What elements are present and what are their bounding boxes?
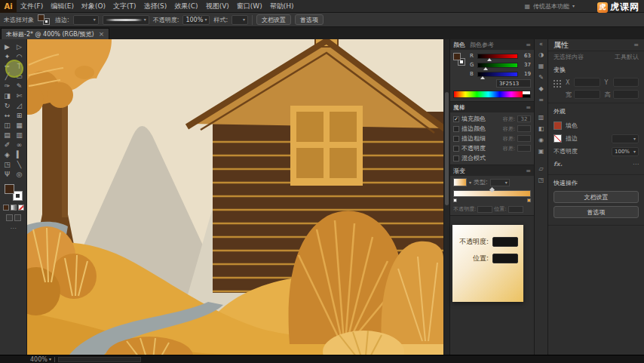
dock-gradient-panel-icon[interactable]: ▥ [536, 112, 547, 122]
draw-behind-icon[interactable] [14, 214, 21, 221]
menu-item-object[interactable]: 对象(O) [78, 0, 109, 13]
fill-color-swatch[interactable] [5, 184, 14, 194]
perspective-grid-tool[interactable]: ▦ [14, 120, 26, 130]
checkbox[interactable] [453, 155, 459, 162]
black-swatch[interactable] [523, 94, 530, 97]
hex-value-field[interactable]: 3F2513 [496, 79, 531, 88]
tolerance-field[interactable] [517, 125, 531, 132]
preferences-button[interactable]: 首选项 [295, 14, 324, 25]
expand-panels-icon[interactable]: « [539, 41, 543, 48]
gradient-swatch[interactable] [453, 178, 467, 186]
none-mode-button[interactable] [18, 205, 24, 211]
style-select[interactable]: ▾ [232, 15, 248, 25]
stroke-weight-field[interactable]: ▾ [612, 134, 639, 143]
checkbox[interactable] [453, 126, 459, 132]
vertical-scrollbar[interactable] [443, 39, 449, 355]
tab-color-guide[interactable]: 颜色参考 [470, 41, 494, 49]
dock-swatches-panel-icon[interactable]: ▦ [536, 61, 547, 71]
stroke-color-swatch[interactable] [554, 134, 562, 143]
spectrum-gradient[interactable] [454, 91, 523, 97]
brush-definition-select[interactable]: ▾ [103, 15, 149, 25]
menu-item-effect[interactable]: 效果(C) [170, 0, 201, 13]
eraser-tool[interactable]: ◨ [2, 91, 14, 100]
close-icon[interactable]: × [99, 30, 105, 38]
menu-item-view[interactable]: 视图(V) [202, 0, 233, 13]
reference-point-selector[interactable] [554, 80, 562, 88]
checkbox[interactable] [453, 146, 459, 152]
paintbrush-tool[interactable]: ✑ [2, 81, 14, 91]
fill-swatch[interactable] [38, 14, 44, 21]
draw-normal-icon[interactable] [6, 214, 13, 221]
dock-stroke-panel-icon[interactable]: ≡ [536, 95, 547, 105]
panel-menu-icon[interactable]: ≡ [526, 42, 531, 48]
opacity-field[interactable]: 100% ▾ [612, 147, 639, 156]
direct-selection-tool[interactable]: ▷ [14, 42, 26, 51]
artwork-canvas[interactable] [27, 39, 443, 355]
green-slider[interactable] [477, 63, 518, 68]
document-tab[interactable]: 未标题-2* @ 400% (RGB/预览) × [1, 28, 109, 39]
pen-tool[interactable]: ✒ [2, 61, 14, 71]
line-segment-tool[interactable]: ╱ [2, 71, 14, 81]
tolerance-field[interactable] [517, 145, 531, 152]
width-tool[interactable]: ↔ [2, 110, 14, 120]
zoom-control[interactable]: 400% ▾ [30, 356, 51, 363]
fill-stroke-control[interactable] [4, 183, 23, 201]
selection-tool[interactable]: ▶ [2, 42, 14, 51]
dock-brushes-panel-icon[interactable]: ✎ [536, 72, 547, 82]
screen-mode-button[interactable]: ⋯ [11, 225, 17, 232]
menu-item-edit[interactable]: 编辑(E) [47, 0, 78, 13]
panel-menu-icon[interactable]: ≡ [633, 42, 639, 48]
menu-item-window[interactable]: 窗口(W) [233, 0, 266, 13]
checkbox[interactable] [453, 136, 459, 142]
color-fill-stroke-indicator[interactable] [453, 53, 467, 71]
column-graph-tool[interactable]: ▍ [14, 149, 26, 159]
gradient-stop-left[interactable] [453, 198, 457, 202]
more-options-icon[interactable]: ⋯ [633, 161, 639, 168]
effects-button[interactable]: fx. [554, 161, 563, 168]
zoom-tool[interactable]: ◎ [14, 169, 26, 179]
dock-appearance-panel-icon[interactable]: ◉ [536, 135, 547, 145]
symbol-sprayer-tool[interactable]: ◈ [2, 149, 14, 159]
green-value[interactable]: 37 [520, 62, 531, 68]
workspace-switcher[interactable]: ▦ 传统基本功能 ▾ [524, 2, 575, 11]
scale-tool[interactable]: ◿ [14, 100, 26, 110]
blue-value[interactable]: 19 [520, 71, 531, 77]
shape-builder-tool[interactable]: ◫ [2, 120, 14, 130]
fill-color-swatch[interactable] [554, 122, 562, 130]
gradient-slider[interactable] [453, 190, 531, 203]
document-setup-button[interactable]: 文档设置 [554, 191, 639, 203]
menu-item-type[interactable]: 文字(T) [109, 0, 140, 13]
gradient-mode-button[interactable] [11, 205, 17, 211]
height-field[interactable] [613, 90, 639, 99]
dock-color-panel-icon[interactable]: ◑ [536, 50, 547, 60]
tolerance-field[interactable]: 32 [517, 115, 531, 122]
x-field[interactable] [574, 78, 600, 87]
chevron-down-icon[interactable]: ▾ [469, 180, 471, 185]
magic-wand-tool[interactable]: ✦ [2, 51, 14, 61]
blend-tool[interactable]: ∞ [14, 140, 26, 149]
dock-graphic-styles-panel-icon[interactable]: ▣ [536, 146, 547, 156]
type-tool[interactable]: T [14, 61, 26, 71]
dock-artboards-panel-icon[interactable]: ◳ [536, 175, 547, 185]
y-field[interactable] [613, 78, 639, 87]
mesh-tool[interactable]: ▤ [2, 130, 14, 140]
blue-slider[interactable] [477, 72, 518, 77]
app-logo[interactable]: Ai [0, 0, 17, 13]
callout-opacity-field[interactable] [492, 237, 518, 247]
panel-menu-icon[interactable]: ≡ [526, 104, 531, 111]
rotate-tool[interactable]: ↻ [2, 100, 14, 110]
document-setup-button[interactable]: 文档设置 [256, 14, 291, 25]
red-slider[interactable] [477, 54, 518, 59]
callout-location-field[interactable] [492, 254, 518, 263]
properties-title[interactable]: 属性 [554, 40, 569, 51]
hand-tool[interactable]: Ψ [2, 169, 14, 179]
tab-magic-wand[interactable]: 魔棒 [453, 103, 465, 112]
eyedropper-tool[interactable]: ✐ [2, 140, 14, 149]
menu-item-file[interactable]: 文件(F) [17, 0, 47, 13]
fill-stroke-indicator[interactable] [38, 14, 51, 26]
slice-tool[interactable]: ╲ [14, 159, 26, 169]
scissors-tool[interactable]: ✄ [14, 91, 26, 100]
preferences-button[interactable]: 首选项 [554, 206, 639, 218]
gradient-type-select[interactable]: ▾ [490, 179, 510, 186]
gradient-stop-right[interactable] [527, 198, 531, 202]
